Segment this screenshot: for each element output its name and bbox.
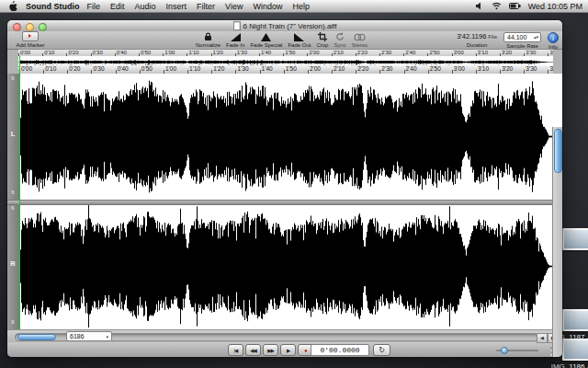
volume-slider-knob[interactable]: [501, 347, 508, 354]
photo-file-icon: [562, 309, 588, 331]
rewind-button[interactable]: ◀◀: [245, 344, 261, 356]
ruler-label: 1'30: [235, 65, 248, 72]
photo-file-icon: [562, 339, 588, 361]
sound-studio-window: 6 Night Train (7" Version).aiff Add Mark…: [7, 20, 562, 357]
playback-time-display: 0'00.0000: [311, 344, 369, 356]
ruler-label: 3'30: [524, 50, 536, 55]
ruler-label: 3'20: [500, 50, 512, 55]
ruler-label: 2'50: [428, 65, 441, 72]
menu-file[interactable]: File: [87, 2, 101, 11]
menu-filter[interactable]: Filter: [197, 2, 215, 11]
ruler-label: 2'00: [307, 50, 319, 55]
ruler-label: 2'20: [356, 50, 368, 55]
ruler-label: 0'40: [116, 65, 129, 72]
zoom-level-popup[interactable]: 6186 ▾: [66, 331, 112, 341]
battery-icon[interactable]: [509, 3, 521, 9]
toolbar-button-crop[interactable]: Crop: [316, 31, 328, 48]
ruler-label: 2'00: [308, 65, 321, 72]
channel-label-l: L: [7, 130, 18, 138]
ruler-label: 1'20: [211, 50, 223, 55]
ruler-label: 3'30: [524, 65, 537, 72]
app-menu-title[interactable]: Sound Studio: [26, 2, 80, 11]
ruler-label: 2'50: [427, 50, 439, 55]
ruler-label: 1'30: [235, 50, 247, 55]
ruler-label: 0'30: [91, 65, 104, 72]
menu-bar: Sound Studio FileEditAudioInsertFilterVi…: [0, 0, 588, 13]
waveform-area: 6L66R6 ▲ ▼: [7, 74, 562, 329]
normalize-icon: [204, 32, 212, 41]
ruler-label: 0'30: [91, 50, 103, 55]
ruler-label: 3'20: [500, 65, 513, 72]
scroll-zoom-bar: 6186 ▾ ◀ ▶: [7, 329, 562, 342]
photo-file-icon: [562, 228, 588, 250]
toolbar-button-sync[interactable]: Sync: [334, 31, 345, 48]
ruler-label: 3'10: [476, 65, 489, 72]
ruler-label: 0'20: [66, 50, 78, 55]
menu-view[interactable]: View: [225, 2, 243, 11]
ruler-label: 0'00: [19, 65, 32, 72]
volume-slider[interactable]: [496, 350, 538, 351]
horizontal-scrollbar-thumb[interactable]: [17, 334, 56, 340]
waveform-right-channel[interactable]: [19, 203, 553, 329]
db-scale-mark: 6: [7, 75, 18, 81]
channel-label-r: R: [7, 259, 18, 268]
ruler-label: 1'40: [260, 65, 273, 72]
wifi-icon[interactable]: [492, 2, 502, 10]
volume-icon[interactable]: [475, 2, 484, 10]
menu-audio[interactable]: Audio: [135, 2, 156, 11]
toolbar-button-fade-in[interactable]: Fade In: [226, 31, 244, 48]
loop-button[interactable]: ↻: [373, 344, 390, 356]
vertical-scrollbar-thumb[interactable]: [554, 129, 562, 173]
menu-help[interactable]: Help: [292, 2, 310, 11]
toolbar-button-normalize[interactable]: Normalize: [196, 31, 220, 48]
ruler-label: 3'00: [452, 65, 465, 72]
ruler-label: 1'20: [211, 65, 224, 72]
ruler-label: 0'10: [42, 50, 54, 55]
menu-edit[interactable]: Edit: [110, 2, 125, 11]
ruler-label: 1'00: [163, 50, 175, 55]
menu-clock[interactable]: Wed 10:05 PM: [528, 2, 582, 11]
ruler-label: 2'10: [332, 65, 345, 72]
ruler-label: 1'40: [259, 50, 271, 55]
toolbar-button-fade-out[interactable]: Fade Out: [288, 31, 311, 48]
fade-in-icon: [231, 32, 241, 41]
ruler-label: 0'10: [43, 65, 56, 72]
go-to-start-button[interactable]: |◀: [228, 344, 243, 356]
document-icon: [233, 21, 241, 30]
db-scale-mark: 6: [7, 205, 18, 211]
toolbar-button-stereo[interactable]: Stereo: [352, 31, 368, 48]
stepper-arrows-icon[interactable]: ▴▾: [534, 35, 538, 40]
crop-icon: [318, 32, 327, 41]
fast-forward-button[interactable]: ▶▶: [263, 344, 278, 356]
playhead-cursor: [19, 56, 20, 329]
ruler-label: 1'10: [187, 50, 198, 55]
ruler-label: 2'30: [379, 50, 391, 55]
sample-rate-popup[interactable]: 44,100 ▴▾ Sample Rate: [503, 32, 541, 49]
db-scale-mark: 6: [7, 319, 18, 325]
apple-menu[interactable]: [9, 1, 17, 11]
add-marker-button[interactable]: Add Marker: [13, 31, 48, 48]
db-scale-mark: 6: [7, 190, 18, 195]
desktop-icon-label: IMG_1186.JPG: [549, 362, 588, 368]
play-button[interactable]: ▶: [280, 344, 296, 356]
menu-items: FileEditAudioInsertFilterViewWindowHelp: [87, 2, 320, 11]
ruler-label: 2'10: [332, 50, 344, 55]
toolbar-button-fade-special[interactable]: Fade Special: [250, 31, 282, 48]
ruler-label: 3'40: [548, 50, 553, 55]
window-title: 6 Night Train (7" Version).aiff: [7, 21, 562, 30]
ruler-label: 1'50: [284, 65, 297, 72]
menu-window[interactable]: Window: [253, 2, 282, 11]
duration-display[interactable]: 3'42.1196 File Duration: [457, 32, 497, 48]
ruler-label: 0'50: [139, 50, 151, 55]
info-button[interactable]: i Info: [548, 32, 559, 50]
ruler-label: 0'40: [115, 50, 127, 55]
menu-insert[interactable]: Insert: [166, 2, 187, 11]
vertical-scrollbar[interactable]: ▲ ▼: [552, 127, 562, 357]
ruler-label: 2'20: [356, 65, 368, 72]
chevron-down-icon: ▾: [106, 334, 108, 339]
scroll-left-icon[interactable]: ◀: [537, 333, 548, 343]
ruler-label: 2'30: [379, 65, 392, 72]
waveform-left-channel[interactable]: [19, 74, 553, 200]
fade-special-icon: [261, 32, 271, 41]
apple-icon: [9, 1, 17, 11]
